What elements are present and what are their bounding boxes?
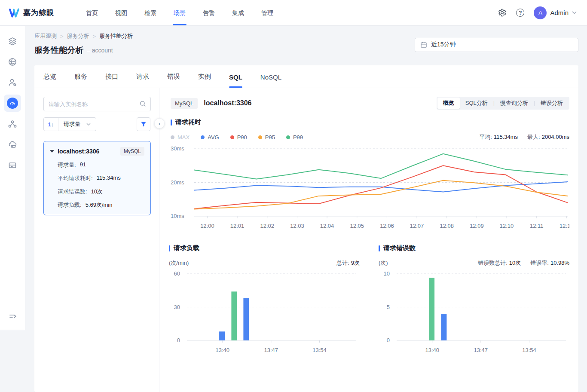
request-load-bar-chart: 6030013:4013:4713:54 <box>169 269 360 355</box>
svg-text:5: 5 <box>387 304 390 310</box>
svg-text:10ms: 10ms <box>171 213 184 219</box>
topology-icon <box>8 119 17 129</box>
sidebar-item-apm-dashboard[interactable] <box>4 95 21 112</box>
nav-item-home[interactable]: 首页 <box>77 0 107 25</box>
request-load-section: 请求负载 (次/min) 总计:9次 6030013:4013:4713:54 <box>159 237 369 392</box>
settings-gear-icon[interactable] <box>498 8 507 17</box>
sidebar-item-layers[interactable] <box>4 33 21 50</box>
instance-search-input[interactable] <box>43 97 151 111</box>
metric-error-count: 请求错误数: 10次 <box>58 188 144 196</box>
time-range-picker[interactable]: 近15分钟 <box>415 38 578 52</box>
chevron-down-icon <box>86 123 91 126</box>
section-accent-bar <box>171 119 172 126</box>
tab-overview[interactable]: 总览 <box>43 73 56 88</box>
nav-item-integrations[interactable]: 集成 <box>223 0 253 25</box>
user-name: Admin <box>550 9 569 16</box>
brand-logo-icon <box>9 7 20 18</box>
filter-button[interactable] <box>137 117 150 131</box>
analysis-card: 总览 服务 接口 请求 错误 实例 SQL NoSQL 1↓ <box>34 65 578 392</box>
svg-text:0: 0 <box>387 337 390 343</box>
errors-unit-label: (次) <box>379 259 388 267</box>
page-title: 服务性能分析 <box>34 45 83 56</box>
legend-item-p99[interactable]: P99 <box>286 134 303 141</box>
globe-icon <box>8 57 17 67</box>
layers-icon <box>8 37 17 46</box>
tab-nosql[interactable]: NoSQL <box>260 74 281 88</box>
view-tab-overview[interactable]: 概览 <box>437 98 460 109</box>
caret-down-icon[interactable] <box>50 150 54 153</box>
sort-field-value: 请求量 <box>64 120 80 128</box>
tab-services[interactable]: 服务 <box>74 73 87 88</box>
nav-item-alerts[interactable]: 告警 <box>194 0 223 25</box>
svg-text:12:07: 12:07 <box>410 223 424 229</box>
instance-card-localhost-3306[interactable]: localhost:3306 MySQL 请求量: 91 平均请求耗时: 115… <box>43 141 151 215</box>
brand: 嘉为鲸眼 <box>0 7 77 18</box>
avatar[interactable]: A <box>534 6 547 19</box>
svg-text:12:08: 12:08 <box>440 223 454 229</box>
user-menu[interactable]: A Admin <box>534 6 577 19</box>
svg-text:60: 60 <box>174 270 180 277</box>
load-unit-label: (次/min) <box>169 259 189 267</box>
svg-text:12:00: 12:00 <box>200 223 214 229</box>
load-chart-title: 请求负载 <box>174 244 199 252</box>
panel-collapse-button[interactable]: ‹ <box>154 118 165 129</box>
gauge-dashboard-icon <box>7 98 18 109</box>
funnel-icon <box>141 121 147 127</box>
sort-field-select[interactable]: 请求量 <box>58 120 96 128</box>
search-icon[interactable] <box>140 101 146 107</box>
detail-title: localhost:3306 <box>204 99 251 107</box>
latency-section: 请求耗时 MAX AVG P90 P95 P99 平均:115.34ms 最大:… <box>159 110 578 232</box>
breadcrumb-service-analysis[interactable]: 服务分析 <box>67 32 89 40</box>
svg-text:0: 0 <box>177 337 180 343</box>
tab-instances[interactable]: 实例 <box>198 73 211 88</box>
legend-item-avg[interactable]: AVG <box>201 134 219 141</box>
help-icon[interactable]: ? <box>516 9 524 17</box>
svg-text:12:01: 12:01 <box>230 223 245 229</box>
nav-item-search[interactable]: 检索 <box>136 0 165 25</box>
latency-legend: MAX AVG P90 P95 P99 <box>171 134 303 141</box>
brand-name: 嘉为鲸眼 <box>23 8 54 18</box>
view-switcher: 概览 SQL分析 | 慢查询分析 | 错误分析 <box>437 97 569 110</box>
tab-requests[interactable]: 请求 <box>136 73 149 88</box>
entity-tabs: 总览 服务 接口 请求 错误 实例 SQL NoSQL <box>34 65 578 88</box>
legend-item-p95[interactable]: P95 <box>258 134 275 141</box>
metric-request-load: 请求负载: 5.69次/min <box>58 201 144 209</box>
svg-text:13:47: 13:47 <box>264 347 278 353</box>
nav-item-admin[interactable]: 管理 <box>253 0 282 25</box>
legend-item-max[interactable]: MAX <box>171 134 190 141</box>
sidebar-item-topology[interactable] <box>4 115 21 132</box>
view-tab-slow-query[interactable]: 慢查询分析 <box>495 98 534 109</box>
sidebar-item-hosts[interactable] <box>4 156 21 174</box>
sort-direction-icon[interactable]: 1↓ <box>44 118 58 131</box>
section-accent-bar <box>379 245 380 251</box>
latency-stats: 平均:115.34ms 最大:2004.00ms <box>479 133 569 141</box>
svg-text:13:54: 13:54 <box>312 347 327 353</box>
view-tab-sql-analysis[interactable]: SQL分析 <box>460 98 493 109</box>
request-errors-bar-chart: 105013:4013:4713:54 <box>379 269 569 355</box>
sort-control: 1↓ 请求量 <box>43 117 96 131</box>
nav-item-views[interactable]: 视图 <box>107 0 136 25</box>
svg-text:10: 10 <box>384 270 390 277</box>
tab-sql[interactable]: SQL <box>229 74 242 88</box>
section-accent-bar <box>169 245 170 251</box>
tab-errors[interactable]: 错误 <box>167 73 180 88</box>
nav-item-scenes[interactable]: 场景 <box>165 0 194 25</box>
legend-item-p90[interactable]: P90 <box>230 134 247 141</box>
breadcrumb-app-observe[interactable]: 应用观测 <box>34 32 57 40</box>
view-tab-error-analysis[interactable]: 错误分析 <box>535 98 569 109</box>
sidebar-item-globe[interactable] <box>4 53 21 70</box>
svg-text:13:54: 13:54 <box>522 347 536 353</box>
tab-endpoints[interactable]: 接口 <box>105 73 118 88</box>
svg-text:13:40: 13:40 <box>425 347 439 353</box>
errors-chart-title: 请求错误数 <box>383 244 416 252</box>
sidebar-item-cloud[interactable] <box>4 136 21 153</box>
sidebar-collapse-button[interactable] <box>0 312 25 321</box>
sidebar-item-user-experience[interactable] <box>4 74 21 91</box>
top-navigation-bar: 嘉为鲸眼 首页 视图 检索 场景 告警 集成 管理 ? A Admin <box>0 0 587 26</box>
latency-chart-title: 请求耗时 <box>175 118 201 126</box>
instance-type-badge: MySQL <box>120 147 144 156</box>
svg-text:30: 30 <box>174 304 180 310</box>
request-errors-section: 请求错误数 (次) 错误数总计:10次 错误率:10.98% 105013:40… <box>369 237 578 392</box>
breadcrumb-separator: > <box>93 33 96 40</box>
time-range-value: 近15分钟 <box>431 41 456 49</box>
